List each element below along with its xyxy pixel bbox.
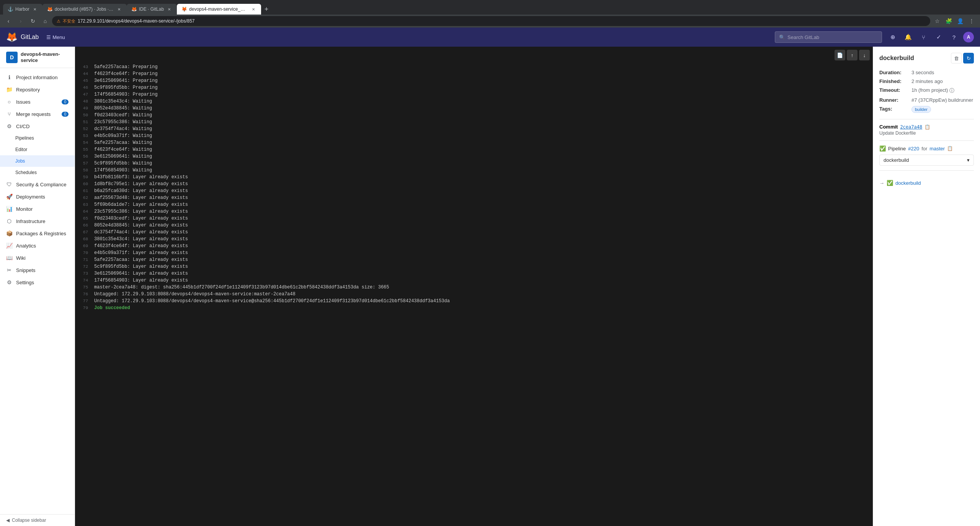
sidebar-item-schedules[interactable]: Schedules	[0, 167, 75, 178]
sidebar-collapse-button[interactable]: ◀ Collapse sidebar	[0, 514, 75, 526]
sidebar-item-cicd[interactable]: ⚙ CI/CD	[0, 120, 75, 132]
create-button[interactable]: ⊕	[887, 31, 899, 43]
copy-pipeline-button[interactable]: 📋	[947, 146, 953, 151]
tab-harbor[interactable]: ⚓ Harbor ✕	[3, 4, 42, 15]
sidebar-item-security[interactable]: 🛡 Security & Compliance	[0, 178, 75, 191]
arrow-icon: →	[879, 180, 884, 186]
rocket-icon: 🚀	[6, 194, 12, 200]
retry-job-button[interactable]: ↻	[963, 53, 974, 64]
sidebar-item-infrastructure-label: Infrastructure	[16, 218, 46, 224]
pipeline-section: ✅ Pipeline #220 for master 📋 dockerbuild…	[879, 140, 974, 166]
ide-favicon: 🦊	[131, 7, 137, 12]
sidebar-item-repository[interactable]: 📁 Repository	[0, 83, 75, 96]
copy-commit-button[interactable]: 📋	[924, 124, 930, 130]
search-input[interactable]	[787, 34, 878, 40]
sidebar-item-security-label: Security & Compliance	[16, 182, 67, 187]
search-bar[interactable]: 🔍	[775, 31, 882, 43]
pipeline-number-link[interactable]: #220	[908, 146, 919, 151]
reload-button[interactable]: ↻	[28, 16, 38, 26]
tab-dockerbuild-job[interactable]: 🦊 dockerbuild (#857) · Jobs · de... ✕	[42, 4, 127, 15]
user-avatar[interactable]: A	[963, 32, 974, 42]
sidebar-item-project-info[interactable]: ℹ Project information	[0, 71, 75, 83]
log-line: 575c9f895fd5bb: Waiting	[75, 160, 873, 167]
delete-job-button[interactable]: 🗑	[951, 53, 962, 64]
timeout-info-icon[interactable]: ⓘ	[949, 87, 954, 94]
sidebar-item-pipelines-label: Pipelines	[15, 135, 34, 141]
tab-ide-gitlab[interactable]: 🦊 IDE · GitLab ✕	[127, 4, 177, 15]
line-content: b6a25fca630d: Layer already exists	[94, 187, 873, 194]
line-content: f4623f4ce64f: Waiting	[94, 146, 873, 153]
line-content: 3e6125069641: Preparing	[94, 77, 873, 84]
job-link-section: → ✅ dockerbuild	[879, 170, 974, 186]
log-line: 58174f56854903: Waiting	[75, 167, 873, 174]
raw-log-button[interactable]: 📄	[835, 50, 845, 60]
issues-button[interactable]: 🔔	[902, 31, 914, 43]
sidebar-item-monitor[interactable]: 📊 Monitor	[0, 203, 75, 215]
sidebar-item-deployments[interactable]: 🚀 Deployments	[0, 191, 75, 203]
extensions-button[interactable]: 🧩	[943, 16, 954, 26]
sidebar-item-infrastructure[interactable]: ⬡ Infrastructure	[0, 215, 75, 227]
bookmark-button[interactable]: ☆	[932, 16, 942, 26]
sidebar-item-packages[interactable]: 📦 Packages & Registries	[0, 227, 75, 239]
tab-ide-close[interactable]: ✕	[166, 6, 172, 12]
line-content: 5c9f895fd5bb: Waiting	[94, 160, 873, 167]
hamburger-icon: ☰	[46, 34, 51, 40]
log-line: 483801c35e43c4: Waiting	[75, 98, 873, 105]
log-line: 67dc3754f74ac4: Layer already exists	[75, 229, 873, 236]
tab-harbor-close[interactable]: ✕	[32, 6, 38, 12]
menu-button[interactable]: ☰ Menu	[43, 33, 68, 42]
line-content: f0d23403cedf: Waiting	[94, 112, 873, 119]
forward-button[interactable]: ›	[15, 16, 26, 26]
back-button[interactable]: ‹	[3, 16, 14, 26]
line-number: 55	[75, 146, 94, 153]
pipeline-branch-link[interactable]: master	[929, 146, 945, 151]
more-button[interactable]: ⋮	[966, 16, 977, 26]
help-button[interactable]: ?	[948, 31, 960, 43]
sidebar-item-wiki[interactable]: 📖 Wiki	[0, 252, 75, 264]
address-bar[interactable]: ⚠ 不安全 172.29.9.101/devops4/devops4-maven…	[52, 16, 930, 26]
sidebar-item-settings[interactable]: ⚙ Settings	[0, 276, 75, 288]
log-line: 5123c57955c386: Waiting	[75, 119, 873, 125]
sidebar-item-snippets[interactable]: ✂ Snippets	[0, 264, 75, 276]
sidebar-item-merge-requests[interactable]: ⑂ Merge requests 0	[0, 108, 75, 120]
tab-add-button[interactable]: +	[261, 4, 272, 15]
sidebar-item-analytics[interactable]: 📈 Analytics	[0, 239, 75, 252]
todo-button[interactable]: ✓	[933, 31, 945, 43]
commit-hash-link[interactable]: 2cea7a48	[900, 124, 922, 130]
log-line: 668052e4d38845: Layer already exists	[75, 222, 873, 229]
profile-button[interactable]: 👤	[955, 16, 965, 26]
log-line: 635f69b6da1de7: Layer already exists	[75, 201, 873, 208]
scroll-top-button[interactable]: ↑	[847, 50, 858, 60]
nav-bar: ‹ › ↻ ⌂ ⚠ 不安全 172.29.9.101/devops4/devop…	[0, 15, 980, 28]
scroll-bottom-button[interactable]: ↓	[859, 50, 870, 60]
tab-ci-pipeline[interactable]: 🦊 devops4-maven-service_CI 2c... ✕	[177, 4, 261, 15]
line-number: 75	[75, 284, 94, 291]
tab-dockerbuild-job-close[interactable]: ✕	[116, 6, 122, 12]
line-number: 62	[75, 194, 94, 201]
pipeline-dropdown[interactable]: dockerbuild ▾	[879, 155, 974, 166]
gitlab-logo[interactable]: 🦊 GitLab	[6, 32, 39, 42]
finished-row: Finished: 2 minutes ago	[879, 78, 974, 84]
commit-message: Update Dockerfile	[879, 130, 974, 136]
line-content: f4623f4ce64f: Preparing	[94, 70, 873, 77]
sidebar-item-pipelines[interactable]: Pipelines	[0, 132, 75, 144]
sidebar-item-issues[interactable]: ○ Issues 0	[0, 96, 75, 108]
sidebar-project: D devops4-maven-service	[0, 47, 75, 68]
sidebar-item-jobs[interactable]: Jobs	[0, 155, 75, 167]
merge-requests-header-button[interactable]: ⑂	[917, 31, 929, 43]
insecure-label: 不安全	[63, 18, 75, 24]
job-link[interactable]: dockerbuild	[895, 180, 921, 186]
tab-ide-title: IDE · GitLab	[139, 7, 164, 12]
shield-icon: 🛡	[6, 181, 12, 187]
gitlab-logo-text: GitLab	[21, 34, 39, 41]
line-number: 53	[75, 132, 94, 139]
line-number: 61	[75, 187, 94, 194]
home-button[interactable]: ⌂	[40, 16, 51, 26]
line-content: 5c9f895fd5bb: Layer already exists	[94, 263, 873, 270]
log-line: 725c9f895fd5bb: Layer already exists	[75, 263, 873, 270]
sidebar-item-editor[interactable]: Editor	[0, 144, 75, 155]
tab-ci-close[interactable]: ✕	[250, 6, 256, 12]
log-content: 435afe2257acaa: Preparing44f4623f4ce64f:…	[75, 64, 873, 311]
ci-favicon: 🦊	[181, 7, 187, 12]
nav-actions: ☆ 🧩 👤 ⋮	[932, 16, 977, 26]
